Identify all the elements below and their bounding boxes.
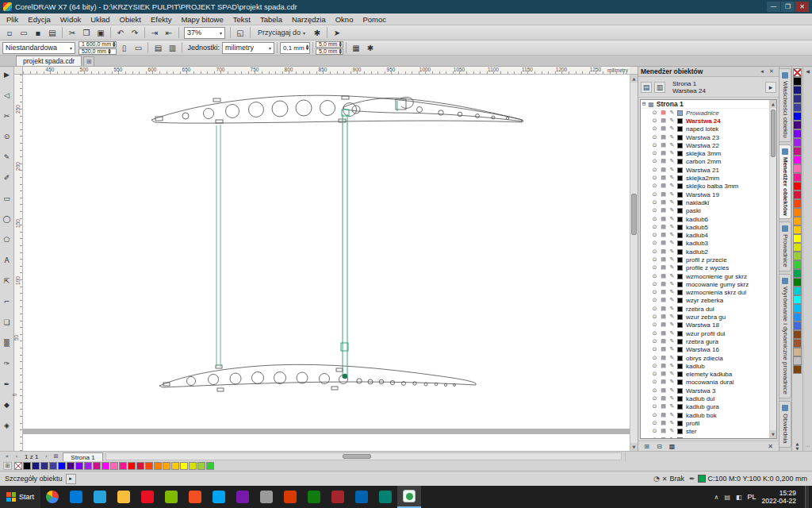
printable-icon[interactable]: ▤ [660, 321, 667, 329]
editable-pencil-icon[interactable]: ✎ [668, 207, 676, 214]
editable-pencil-icon[interactable]: ✎ [668, 289, 676, 296]
layer-color-swatch[interactable] [677, 118, 683, 124]
layer-color-swatch[interactable] [677, 233, 683, 238]
layer-name[interactable]: obrys zdiecia [684, 355, 723, 362]
docker-tab-mened-er-obiekt-w[interactable]: Menedżer obiektów [779, 144, 791, 220]
page-tree-node[interactable]: ⊟ ▦ Strona 1 [641, 100, 769, 109]
taskbar-app-app-teal[interactable] [373, 486, 397, 508]
layer-row[interactable]: ⊙▤✎kadlub3 [641, 240, 769, 248]
color-swatch[interactable] [793, 156, 802, 164]
docker-close-icon[interactable]: ✕ [767, 68, 776, 75]
editable-pencil-icon[interactable]: ✎ [668, 330, 676, 337]
color-swatch[interactable] [793, 86, 802, 94]
visibility-eye-icon[interactable]: ⊙ [651, 412, 658, 419]
printable-icon[interactable]: ▤ [660, 256, 667, 264]
printable-icon[interactable]: ▤ [660, 297, 667, 304]
color-swatch[interactable] [793, 348, 802, 356]
printable-icon[interactable]: ▤ [660, 395, 667, 402]
layer-color-swatch[interactable] [677, 437, 683, 439]
layer-row[interactable]: ⊙▤✎Warstwa 24 [641, 117, 769, 125]
layer-color-swatch[interactable] [677, 371, 683, 377]
layer-name[interactable]: profil [684, 420, 699, 427]
layer-name[interactable]: kadlub bok [684, 412, 717, 419]
layer-row[interactable]: ⊙▤✎nakladki [641, 198, 769, 206]
layer-name[interactable]: Warstwa 19 [684, 191, 719, 198]
taskbar-app-app-red[interactable] [136, 486, 159, 508]
edit-across-layers-button[interactable]: ▩ [667, 442, 677, 451]
editable-pencil-icon[interactable]: ✎ [668, 371, 676, 378]
layer-color-swatch[interactable] [677, 110, 683, 116]
layer-color-swatch[interactable] [677, 151, 683, 156]
layer-name[interactable]: statecznik ok [684, 437, 722, 439]
layer-name[interactable]: mocowanie gumy skrz [684, 281, 749, 288]
layer-row[interactable]: ⊙▤✎Warstwa 16 [641, 346, 769, 354]
wing-rib-bottom[interactable] [159, 364, 476, 391]
layer-name[interactable]: ster [684, 428, 696, 435]
printable-icon[interactable]: ▤ [660, 142, 667, 149]
visibility-eye-icon[interactable]: ⊙ [651, 273, 658, 280]
editable-pencil-icon[interactable]: ✎ [668, 338, 676, 345]
layer-color-swatch[interactable] [677, 396, 683, 402]
visibility-eye-icon[interactable]: ⊙ [651, 437, 658, 439]
scroll-down-button[interactable]: ▼ [770, 430, 776, 438]
visibility-eye-icon[interactable]: ⊙ [651, 289, 658, 296]
layer-color-swatch[interactable] [677, 364, 683, 369]
layer-name[interactable]: kadlub4 [684, 232, 708, 239]
drop-shadow-tool[interactable]: ❏ [1, 316, 13, 329]
menu-obiekt[interactable]: Obiekt [115, 13, 146, 25]
clock[interactable]: 15:29 2022-04-22 [762, 489, 799, 505]
layer-row[interactable]: ⊙▤✎wzmocnienie gur skrz [641, 272, 769, 280]
taskbar-app-app-gray[interactable] [255, 486, 278, 508]
cut-button[interactable]: ✂ [65, 26, 79, 39]
visibility-eye-icon[interactable]: ⊙ [651, 125, 658, 133]
color-swatch[interactable] [58, 462, 66, 470]
redo-button[interactable]: ↷ [128, 26, 142, 39]
layer-name[interactable]: wzmocnienia skrz dul [684, 289, 746, 296]
color-swatch[interactable] [793, 94, 802, 103]
dimension-tool[interactable]: ⇱ [1, 275, 13, 287]
editable-pencil-icon[interactable]: ✎ [668, 256, 676, 264]
menu-narz-dzia[interactable]: Narzędzia [287, 13, 331, 25]
layer-name[interactable]: Warstwa 23 [684, 134, 719, 141]
page-width-field[interactable]: 1 600,0 mm ▲▼ [79, 41, 117, 48]
color-swatch[interactable] [793, 208, 802, 217]
color-swatch[interactable] [23, 462, 31, 470]
visibility-eye-icon[interactable]: ⊙ [651, 330, 658, 337]
color-swatch[interactable] [793, 278, 802, 287]
page-height-field[interactable]: 520,0 mm ▲▼ [79, 48, 117, 55]
layer-color-swatch[interactable] [677, 217, 683, 222]
color-swatch[interactable] [110, 462, 118, 470]
taskbar-app-app-darkgreen[interactable] [302, 486, 326, 508]
printable-icon[interactable]: ▤ [660, 191, 667, 198]
hidden-icons-chevron[interactable]: ∧ [714, 494, 719, 501]
zoom-tool[interactable]: ⊙ [1, 130, 13, 143]
layer-name[interactable]: Warstwa 22 [684, 142, 719, 149]
color-swatch[interactable] [793, 173, 802, 182]
construction-lines-green[interactable] [216, 101, 397, 379]
menu-plik[interactable]: Plik [2, 13, 23, 25]
editable-pencil-icon[interactable]: ✎ [668, 110, 676, 117]
layer-name[interactable]: Warstwa 21 [684, 167, 719, 174]
taskbar-app-edge[interactable] [64, 486, 88, 508]
color-swatch[interactable] [793, 225, 802, 234]
color-swatch[interactable] [180, 462, 188, 470]
pick-tool[interactable]: ▶ [1, 68, 13, 81]
stepper-icon[interactable]: ▲▼ [339, 41, 341, 48]
layer-row[interactable]: ⊙▤✎Warstwa 18 [641, 321, 769, 329]
editable-pencil-icon[interactable]: ✎ [668, 412, 676, 419]
color-swatch[interactable] [793, 252, 802, 260]
next-page-button[interactable]: › [41, 452, 51, 461]
page-size-preset-combo[interactable]: Niestandardowa ▾ [2, 42, 75, 54]
outline-indicator[interactable]: ✒ C:100 M:0 Y:100 K:0 0,200 mm [689, 475, 807, 483]
layer-name[interactable]: carbon 2mm [684, 158, 721, 165]
rectangle-tool[interactable]: ▭ [1, 192, 13, 205]
layer-color-swatch[interactable] [677, 241, 683, 246]
layer-name[interactable]: kadlub gura [684, 403, 719, 410]
layer-name[interactable]: kadlub3 [684, 240, 708, 247]
editable-pencil-icon[interactable]: ✎ [668, 428, 676, 435]
layer-name[interactable]: sklejka 3mm [684, 150, 721, 157]
layer-name[interactable]: kadlub [684, 363, 705, 370]
layer-color-swatch[interactable] [677, 404, 683, 410]
color-swatch[interactable] [793, 234, 802, 243]
printable-icon[interactable]: ▤ [660, 379, 667, 386]
